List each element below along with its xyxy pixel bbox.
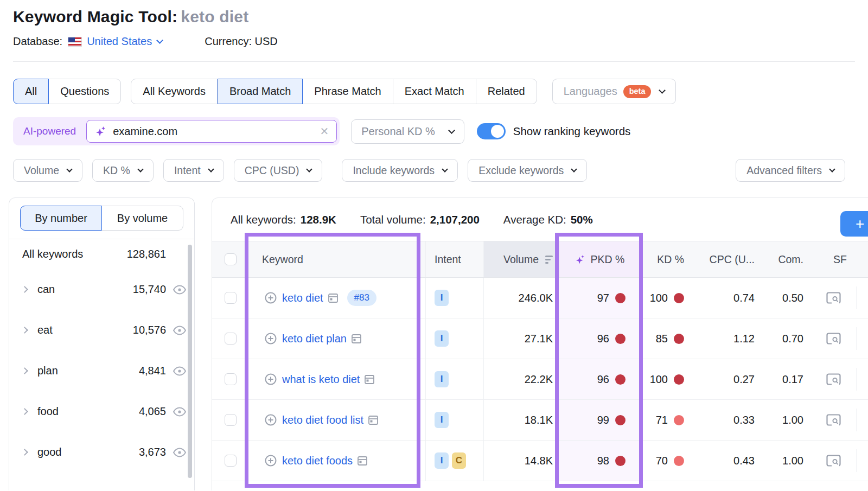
row-checkbox[interactable] xyxy=(225,414,237,426)
row-checkbox[interactable] xyxy=(225,455,237,467)
serp-features-icon[interactable] xyxy=(826,333,841,345)
add-keyword-icon[interactable] xyxy=(264,373,277,386)
serp-features-icon[interactable] xyxy=(826,455,841,467)
keyword-link[interactable]: keto diet plan xyxy=(282,333,347,345)
keyword-header-label: Keyword xyxy=(262,253,303,266)
database-select[interactable]: United States xyxy=(87,35,152,48)
sidebar-scrollbar[interactable] xyxy=(188,245,192,478)
tab-questions[interactable]: Questions xyxy=(49,79,121,104)
keyword-link[interactable]: keto diet food list xyxy=(282,414,363,426)
keyword-link[interactable]: keto diet xyxy=(282,292,323,304)
serp-features-icon[interactable] xyxy=(826,414,841,426)
chevron-down-icon xyxy=(307,166,312,172)
filters-row: Volume KD % Intent CPC (USD) Include key… xyxy=(0,145,868,182)
column-header-intent[interactable]: Intent xyxy=(425,241,483,277)
keyword-group-item[interactable]: food 4,065 xyxy=(9,391,194,432)
keyword-link[interactable]: keto diet foods xyxy=(282,455,353,467)
intent-badges: IC xyxy=(425,441,483,481)
column-header-volume[interactable]: Volume xyxy=(483,241,559,277)
chevron-right-icon[interactable] xyxy=(21,367,28,374)
filter-volume-label: Volume xyxy=(24,164,59,177)
tab-exact-match[interactable]: Exact Match xyxy=(393,79,476,104)
filter-advanced[interactable]: Advanced filters xyxy=(736,159,845,182)
tab-all[interactable]: All xyxy=(13,79,49,104)
intent-badge-i: I xyxy=(435,330,449,347)
chevron-right-icon[interactable] xyxy=(21,408,28,415)
eye-icon[interactable] xyxy=(173,407,187,417)
table-row: keto diet food list I 18.1K 99 71 0.33 1… xyxy=(212,400,868,441)
keyword-link[interactable]: what is keto diet xyxy=(282,373,360,386)
filter-exclude-keywords[interactable]: Exclude keywords xyxy=(468,159,587,182)
serp-preview-icon[interactable] xyxy=(358,456,367,466)
volume-header-label: Volume xyxy=(503,253,539,266)
stat-total-volume-label: Total volume: xyxy=(360,213,426,226)
keyword-group-item[interactable]: plan 4,841 xyxy=(9,350,194,391)
row-checkbox[interactable] xyxy=(225,292,237,304)
keywords-table-panel: All keywords:128.9K Total volume:2,107,2… xyxy=(212,197,868,490)
column-header-pkd[interactable]: PKD % xyxy=(559,241,640,277)
cpc-value: 0.33 xyxy=(733,414,755,426)
add-to-list-button[interactable]: + xyxy=(840,211,868,237)
column-header-sf[interactable]: SF xyxy=(820,241,868,277)
add-keyword-icon[interactable] xyxy=(264,291,277,304)
keyword-group-item[interactable]: can 15,740 xyxy=(9,269,194,310)
serp-preview-icon[interactable] xyxy=(368,416,378,425)
chevron-right-icon[interactable] xyxy=(21,449,28,456)
column-header-kd[interactable]: KD % xyxy=(640,241,695,277)
eye-icon[interactable] xyxy=(173,326,187,335)
serp-preview-icon[interactable] xyxy=(328,294,338,303)
row-checkbox[interactable] xyxy=(225,373,237,385)
ranking-position-badge[interactable]: #83 xyxy=(347,290,376,306)
filter-intent-label: Intent xyxy=(174,164,201,177)
column-header-com[interactable]: Com. xyxy=(776,241,820,277)
tab-phrase-match[interactable]: Phrase Match xyxy=(303,79,393,104)
all-keywords-row[interactable]: All keywords 128,861 xyxy=(9,239,194,269)
filter-volume[interactable]: Volume xyxy=(13,159,82,182)
serp-preview-icon[interactable] xyxy=(352,334,361,343)
eye-icon[interactable] xyxy=(173,285,187,295)
keyword-group-item[interactable]: eat 10,576 xyxy=(9,310,194,350)
languages-dropdown[interactable]: Languages beta xyxy=(552,79,676,104)
content-area: By number By volume All keywords 128,861… xyxy=(0,197,868,485)
stat-all-keywords-label: All keywords: xyxy=(231,213,296,226)
serp-features-icon[interactable] xyxy=(826,373,841,385)
column-header-cpc[interactable]: CPC (U... xyxy=(695,241,776,277)
column-header-keyword[interactable]: Keyword xyxy=(249,241,425,277)
table-row: keto diet #83 I 246.0K 97 100 0.74 0.50 xyxy=(212,278,868,318)
tab-all-keywords[interactable]: All Keywords xyxy=(131,79,218,104)
add-keyword-icon[interactable] xyxy=(264,454,277,467)
filter-cpc[interactable]: CPC (USD) xyxy=(234,159,323,182)
serp-features-icon[interactable] xyxy=(826,292,841,304)
keyword-group-item[interactable]: good 3,673 xyxy=(9,432,194,473)
filter-kd[interactable]: KD % xyxy=(92,159,154,182)
com-value: 0.70 xyxy=(782,333,803,345)
domain-input[interactable] xyxy=(113,125,320,138)
chevron-right-icon[interactable] xyxy=(21,286,28,293)
personal-kd-dropdown[interactable]: Personal KD % xyxy=(351,119,464,144)
chevron-right-icon[interactable] xyxy=(21,327,28,334)
clear-input-icon[interactable]: ✕ xyxy=(320,125,329,138)
sidebar-view-tabs: By number By volume xyxy=(20,206,183,231)
tab-by-number[interactable]: By number xyxy=(20,206,102,231)
show-ranking-keywords-toggle[interactable] xyxy=(477,123,506,139)
tab-broad-match[interactable]: Broad Match xyxy=(218,79,303,104)
serp-preview-icon[interactable] xyxy=(365,375,374,384)
chevron-down-icon xyxy=(448,127,455,134)
add-keyword-icon[interactable] xyxy=(264,413,277,426)
group-label: eat xyxy=(37,324,53,336)
filter-intent[interactable]: Intent xyxy=(163,159,224,182)
tab-by-volume[interactable]: By volume xyxy=(102,206,183,231)
filter-include-keywords[interactable]: Include keywords xyxy=(342,159,458,182)
chevron-down-icon[interactable] xyxy=(156,37,163,44)
add-keyword-icon[interactable] xyxy=(264,332,277,345)
currency-label: Currency: xyxy=(205,35,252,47)
chevron-down-icon xyxy=(571,166,577,172)
kd-difficulty-dot xyxy=(674,374,684,385)
eye-icon[interactable] xyxy=(173,448,187,457)
pkd-value: 98 xyxy=(597,455,609,467)
select-all-checkbox[interactable] xyxy=(225,253,237,265)
kd-value: 100 xyxy=(650,292,668,304)
tab-related[interactable]: Related xyxy=(476,79,537,104)
eye-icon[interactable] xyxy=(173,366,187,376)
row-checkbox[interactable] xyxy=(225,333,237,345)
